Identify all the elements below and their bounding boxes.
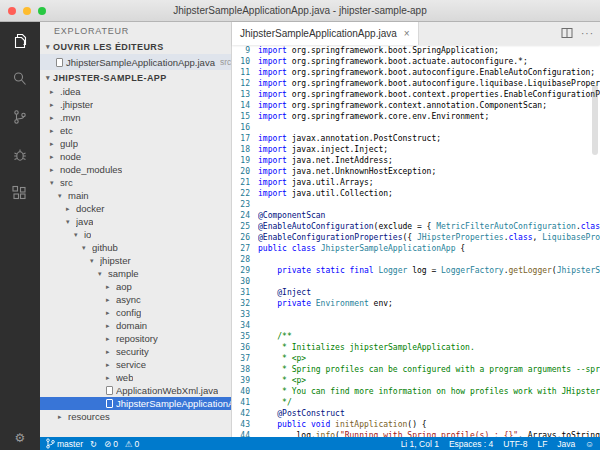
open-editor-item[interactable]: JhipsterSampleApplicationApp.java src/m.… (40, 54, 231, 70)
warnings-indicator[interactable]: ⚠ 0 (125, 439, 139, 449)
code-text: import javax.annotation.PostConstruct; (258, 133, 600, 144)
file-icon (106, 399, 113, 408)
code-line[interactable]: 21import java.util.Arrays; (232, 177, 600, 188)
code-line[interactable]: 34 (232, 320, 600, 331)
sync-icon[interactable]: ↻ (90, 439, 97, 449)
code-line[interactable]: 44 log.info("Running with Spring profile… (232, 430, 600, 437)
code-line[interactable]: 16 (232, 122, 600, 133)
tree-item[interactable]: ▸async (40, 293, 231, 306)
zoom-window-button[interactable] (38, 7, 46, 15)
tree-item[interactable]: ▸aop (40, 280, 231, 293)
tree-item[interactable]: ▾src (40, 176, 231, 189)
code-line[interactable]: 36 * Initializes jhipsterSampleApplicati… (232, 342, 600, 353)
tree-item[interactable]: ▾jhipster (40, 254, 231, 267)
editor-tab[interactable]: JhipsterSampleApplicationApp.java × (232, 22, 419, 45)
line-number: 17 (232, 133, 258, 144)
editor-scrollbar[interactable] (592, 85, 598, 155)
code-line[interactable]: 28 (232, 254, 600, 265)
tree-item[interactable]: ▾github (40, 241, 231, 254)
code-line[interactable]: 31 @Inject (232, 287, 600, 298)
tree-item[interactable]: ▸node (40, 150, 231, 163)
source-control-icon[interactable] (0, 98, 40, 136)
tree-item[interactable]: ▸gulp (40, 137, 231, 150)
code-line[interactable]: 18import javax.inject.Inject; (232, 144, 600, 155)
code-line[interactable]: 26@EnableConfigurationProperties({ JHips… (232, 232, 600, 243)
tree-item[interactable]: ApplicationWebXml.java (40, 384, 231, 397)
debug-icon[interactable] (0, 136, 40, 174)
code-line[interactable]: 13import org.springframework.boot.contex… (232, 89, 600, 100)
code-line[interactable]: 25@EnableAutoConfiguration(exclude = { M… (232, 221, 600, 232)
tree-item[interactable]: ▸docker (40, 202, 231, 215)
code-line[interactable]: 19import java.net.InetAddress; (232, 155, 600, 166)
code-line[interactable]: 39 * <p> (232, 375, 600, 386)
tree-item[interactable]: ▸security (40, 345, 231, 358)
tree-item[interactable]: ▸config (40, 306, 231, 319)
tree-item[interactable]: ▸.idea (40, 85, 231, 98)
code-line[interactable]: 35 /** (232, 331, 600, 342)
code-line[interactable]: 10import org.springframework.boot.actuat… (232, 56, 600, 67)
tree-item[interactable]: ▸.mvn (40, 111, 231, 124)
code-line[interactable]: 40 * You can find more information on ho… (232, 386, 600, 397)
tree-item[interactable]: JhipsterSampleApplicationApp.java (40, 397, 231, 410)
code-line[interactable]: 17import javax.annotation.PostConstruct; (232, 133, 600, 144)
chevron-down-icon: ▾ (90, 257, 100, 265)
code-line[interactable]: 37 * <p> (232, 353, 600, 364)
more-actions-icon[interactable]: ··· (581, 30, 594, 38)
settings-gear-icon[interactable]: ⚙ (0, 426, 40, 450)
chevron-right-icon: ▸ (50, 114, 60, 122)
code-line[interactable]: 15import org.springframework.core.env.En… (232, 111, 600, 122)
git-branch-indicator[interactable]: master (46, 438, 83, 449)
code-line[interactable]: 38 * Spring profiles can be configured w… (232, 364, 600, 375)
tree-item-label: JhipsterSampleApplicationApp.java (116, 398, 231, 409)
minimize-window-button[interactable] (23, 7, 31, 15)
code-line[interactable]: 23 (232, 199, 600, 210)
code-line[interactable]: 22import java.util.Collection; (232, 188, 600, 199)
split-editor-icon[interactable] (561, 25, 573, 43)
cursor-position[interactable]: Li 1, Col 1 (401, 439, 439, 449)
language-mode[interactable]: Java (557, 439, 575, 449)
tree-item[interactable]: ▾sample (40, 267, 231, 280)
tree-item-label: etc (60, 125, 73, 136)
tree-item[interactable]: ▾main (40, 189, 231, 202)
code-line[interactable]: 42 @PostConstruct (232, 408, 600, 419)
errors-indicator[interactable]: ⊘ 0 (104, 439, 118, 449)
extensions-icon[interactable] (0, 174, 40, 212)
tree-item[interactable]: ▸etc (40, 124, 231, 137)
tree-item[interactable]: ▸.jhipster (40, 98, 231, 111)
code-line[interactable]: 27public class JhipsterSampleApplication… (232, 243, 600, 254)
open-editors-header[interactable]: ▾ OUVRIR LES ÉDITEURS (40, 40, 231, 54)
code-line[interactable]: 12import org.springframework.boot.autoco… (232, 78, 600, 89)
tree-item[interactable]: ▸repository (40, 332, 231, 345)
indentation-indicator[interactable]: Espaces : 4 (449, 439, 493, 449)
code-line[interactable]: 32 private Environment env; (232, 298, 600, 309)
feedback-smiley-icon[interactable]: ☺ (585, 439, 594, 449)
tree-item[interactable]: ▸service (40, 358, 231, 371)
eol-indicator[interactable]: LF (537, 439, 547, 449)
code-line[interactable]: 20import java.net.UnknownHostException; (232, 166, 600, 177)
code-line[interactable]: 14import org.springframework.context.ann… (232, 100, 600, 111)
code-line[interactable]: 11import org.springframework.boot.autoco… (232, 67, 600, 78)
line-number: 19 (232, 155, 258, 166)
tree-item[interactable]: ▾java (40, 215, 231, 228)
code-line[interactable]: 24@ComponentScan (232, 210, 600, 221)
close-icon[interactable]: × (404, 28, 410, 39)
explorer-icon[interactable] (0, 22, 40, 60)
tree-item[interactable]: ▸domain (40, 319, 231, 332)
close-window-button[interactable] (8, 7, 16, 15)
code-line[interactable]: 41 */ (232, 397, 600, 408)
tree-item[interactable]: ▾io (40, 228, 231, 241)
tree-item[interactable]: ▸node_modules (40, 163, 231, 176)
code-line[interactable]: 43 public void initApplication() { (232, 419, 600, 430)
tree-item[interactable]: ▸web (40, 371, 231, 384)
code-line[interactable]: 29 private static final Logger log = Log… (232, 265, 600, 276)
tab-actions: ··· (561, 22, 594, 45)
tree-item[interactable]: ▸resources (40, 410, 231, 423)
code-text: @EnableAutoConfiguration(exclude = { Met… (258, 221, 600, 232)
code-line[interactable]: 9import org.springframework.boot.SpringA… (232, 45, 600, 56)
code-line[interactable]: 30 (232, 276, 600, 287)
search-icon[interactable] (0, 60, 40, 98)
project-root-header[interactable]: ▾ JHIPSTER-SAMPLE-APP (40, 70, 231, 85)
encoding-indicator[interactable]: UTF-8 (503, 439, 527, 449)
line-number: 9 (232, 45, 258, 56)
code-line[interactable]: 33 (232, 309, 600, 320)
